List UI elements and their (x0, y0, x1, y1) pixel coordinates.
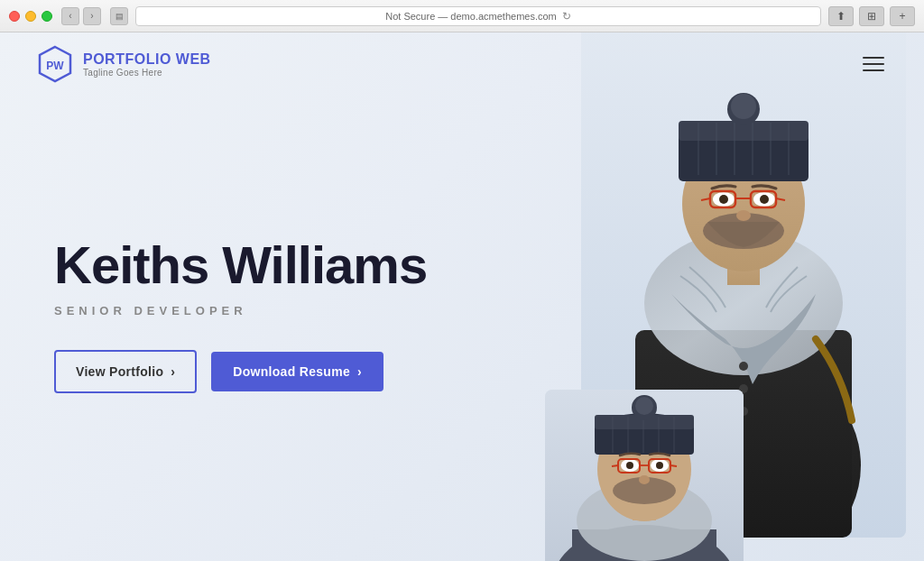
minimize-button[interactable] (25, 11, 36, 22)
hamburger-line-1 (863, 57, 884, 59)
svg-point-18 (731, 94, 756, 119)
download-resume-button[interactable]: Download Resume › (211, 352, 383, 391)
svg-line-54 (612, 465, 618, 466)
browser-actions: ⬆ ⊞ + (828, 6, 915, 26)
address-bar[interactable]: Not Secure — demo.acmethemes.com ↻ (135, 6, 821, 26)
hamburger-line-2 (863, 63, 884, 65)
url-text: Not Secure — demo.acmethemes.com (385, 11, 557, 22)
sidebar-toggle-button[interactable]: ▤ (110, 7, 128, 25)
brand-first: PORTFOLIO (83, 51, 171, 67)
new-tab-button[interactable]: ⊞ (859, 6, 884, 26)
forward-button[interactable]: › (83, 7, 101, 25)
website-content: PW PORTFOLIO WEB Tagline Goes Here Keith… (0, 32, 924, 561)
hamburger-menu[interactable] (859, 53, 888, 75)
close-button[interactable] (9, 11, 20, 22)
brand-second: WEB (176, 51, 211, 67)
svg-point-30 (739, 362, 748, 371)
logo-area: PW PORTFOLIO WEB Tagline Goes Here (36, 45, 211, 83)
person-secondary-image (545, 390, 744, 561)
traffic-lights (9, 11, 52, 22)
logo-icon: PW (36, 45, 74, 83)
add-button[interactable]: + (890, 6, 915, 26)
hero-buttons: View Portfolio › Download Resume › (54, 350, 427, 393)
svg-point-26 (719, 195, 728, 204)
svg-point-29 (736, 210, 751, 221)
share-button[interactable]: ⬆ (828, 6, 854, 26)
svg-point-56 (626, 462, 633, 469)
view-portfolio-label: View Portfolio (76, 364, 163, 379)
logo-tagline: Tagline Goes Here (83, 68, 211, 78)
hero-content: Keiths Williams SENIOR DEVELOPER View Po… (0, 200, 427, 394)
hero-images (491, 32, 924, 561)
hero-name: Keiths Williams (54, 236, 427, 294)
browser-chrome: ‹ › ▤ Not Secure — demo.acmethemes.com ↻… (0, 0, 924, 32)
download-resume-label: Download Resume (233, 364, 350, 379)
nav-buttons: ‹ › (61, 7, 101, 25)
logo-title: PORTFOLIO WEB (83, 51, 211, 68)
svg-line-55 (670, 465, 677, 466)
maximize-button[interactable] (42, 11, 52, 22)
hero-subtitle: SENIOR DEVELOPER (54, 304, 427, 317)
hero-section: Keiths Williams SENIOR DEVELOPER View Po… (0, 32, 924, 561)
site-header: PW PORTFOLIO WEB Tagline Goes Here (0, 32, 924, 96)
view-portfolio-button[interactable]: View Portfolio › (54, 350, 197, 393)
view-portfolio-arrow: › (171, 364, 175, 379)
svg-point-59 (639, 475, 650, 484)
svg-point-27 (760, 195, 769, 204)
svg-point-57 (656, 462, 663, 469)
logo-text: PORTFOLIO WEB Tagline Goes Here (83, 51, 211, 78)
hamburger-line-3 (863, 69, 884, 71)
download-resume-arrow: › (357, 364, 362, 379)
back-button[interactable]: ‹ (61, 7, 79, 25)
reload-icon: ↻ (562, 10, 571, 23)
svg-text:PW: PW (46, 60, 64, 72)
svg-point-48 (635, 397, 653, 415)
